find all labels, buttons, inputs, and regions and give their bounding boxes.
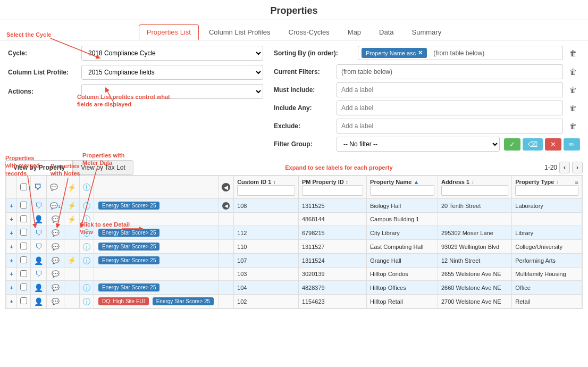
select-all-checkbox[interactable] xyxy=(20,184,27,190)
view-by-property-tab[interactable]: View by Property xyxy=(5,160,73,175)
row-plus-6[interactable]: + xyxy=(6,281,17,295)
columns-menu-icon[interactable]: ≡ xyxy=(575,179,578,185)
row-check-3[interactable] xyxy=(17,240,31,254)
row-notes-5: 💬 xyxy=(47,268,64,281)
expand-circle-header[interactable]: ◀ xyxy=(222,183,230,191)
col-header-pm-id[interactable]: PM Property ID ↕ xyxy=(298,176,366,199)
col-header-plus xyxy=(6,176,17,199)
must-include-input[interactable] xyxy=(337,82,563,97)
row-info-3[interactable]: i xyxy=(80,240,94,254)
merged-icon-3: ⛉ xyxy=(35,243,43,251)
property-type-filter[interactable] xyxy=(515,185,578,196)
row-check-2[interactable] xyxy=(17,226,31,240)
custom-id-filter[interactable] xyxy=(237,185,295,196)
include-any-trash[interactable]: 🗑 xyxy=(566,103,580,113)
lightning-icon-0: ⚡ xyxy=(68,202,76,210)
row-check-6[interactable] xyxy=(17,281,31,295)
prev-page-button[interactable]: ‹ xyxy=(559,162,570,173)
address-filter[interactable] xyxy=(441,185,508,196)
row-expand-7[interactable] xyxy=(219,295,234,308)
col-header-property-type[interactable]: Property Type ↕ ≡ xyxy=(512,176,582,199)
row-expand-1[interactable] xyxy=(219,213,234,226)
col-header-address1[interactable]: Address 1 ↕ xyxy=(438,176,511,199)
filters-trash[interactable]: 🗑 xyxy=(566,66,580,77)
view-by-tax-lot-tab[interactable]: View by Tax Lot xyxy=(73,160,133,175)
row-custom-id-3: 110 xyxy=(234,240,299,254)
info-icon-3[interactable]: i xyxy=(83,243,90,251)
table-row: + ⛉ 💬 103 3020139 Hilltop Condos 2655 We… xyxy=(6,268,582,281)
row-custom-id-0: 108 xyxy=(234,199,299,213)
row-plus-1[interactable]: + xyxy=(6,213,17,226)
row-expand-6[interactable] xyxy=(219,281,234,295)
info-icon-1[interactable]: i xyxy=(83,215,90,223)
row-plus-5[interactable]: + xyxy=(6,268,17,281)
pm-id-filter[interactable] xyxy=(302,185,363,196)
info-icon-4[interactable]: i xyxy=(83,257,90,264)
info-icon-6[interactable]: i xyxy=(83,284,90,291)
col-header-info: i xyxy=(80,176,94,199)
exclude-trash[interactable]: 🗑 xyxy=(566,121,580,131)
row-expand-5[interactable] xyxy=(219,268,234,281)
tab-summary[interactable]: Summary xyxy=(404,24,450,40)
tab-properties-list[interactable]: Properties List xyxy=(139,24,199,40)
row-property-type-6: Office xyxy=(512,281,582,295)
tab-column-list-profiles[interactable]: Column List Profiles xyxy=(201,24,279,40)
person-icon-4: 👤 xyxy=(34,256,43,265)
tag-0-0: Energy Star Score> 25 xyxy=(98,202,159,210)
row-plus-7[interactable]: + xyxy=(6,295,17,308)
col-header-property-name[interactable]: Property Name ▲ xyxy=(367,176,438,199)
property-name-filter[interactable] xyxy=(370,185,434,196)
merged-icon-5: ⛉ xyxy=(35,270,43,278)
info-icon-7[interactable]: i xyxy=(83,298,90,305)
row-expand-4[interactable] xyxy=(219,254,234,268)
exclude-label: Exclude: xyxy=(274,122,332,130)
row-check-7[interactable] xyxy=(17,295,31,308)
row-check-4[interactable] xyxy=(17,254,31,268)
filter-edit-button[interactable]: ✏ xyxy=(564,138,580,151)
cycle-label: Cycle: xyxy=(8,49,77,57)
tag-3-0: Energy Star Score> 25 xyxy=(98,243,159,251)
sorting-tag[interactable]: Property Name asc ✕ xyxy=(362,48,427,58)
row-property-type-1 xyxy=(512,213,582,226)
tab-cross-cycles[interactable]: Cross-Cycles xyxy=(281,24,338,40)
row-pm-id-4: 1311524 xyxy=(298,254,366,268)
row-plus-2[interactable]: + xyxy=(6,226,17,240)
column-profile-select[interactable]: 2015 Compliance fields xyxy=(81,65,263,80)
col-header-custom-id[interactable]: Custom ID 1 ↕ xyxy=(234,176,299,199)
current-filters-input[interactable] xyxy=(337,64,563,79)
sorting-tag-remove[interactable]: ✕ xyxy=(418,49,423,56)
must-include-trash[interactable]: 🗑 xyxy=(566,85,580,95)
filter-apply-button[interactable]: ✓ xyxy=(504,138,520,151)
filter-group-select[interactable]: -- No filter -- xyxy=(337,137,500,152)
tab-data[interactable]: Data xyxy=(371,24,401,40)
filter-clear-button[interactable]: ✕ xyxy=(545,138,561,151)
sorting-trash[interactable]: 🗑 xyxy=(566,48,580,59)
row-info-4[interactable]: i xyxy=(80,254,94,268)
tab-map[interactable]: Map xyxy=(340,24,369,40)
exclude-input[interactable] xyxy=(337,119,563,134)
row-plus-3[interactable]: + xyxy=(6,240,17,254)
row-plus-0[interactable]: + xyxy=(6,199,17,213)
row-info-6[interactable]: i xyxy=(80,281,94,295)
row-info-0[interactable]: i xyxy=(80,199,94,213)
include-any-input[interactable] xyxy=(337,101,563,115)
row-check-1[interactable] xyxy=(17,213,31,226)
cycle-select[interactable]: 2018 Compliance Cycle xyxy=(81,46,263,61)
row-lightning-3 xyxy=(64,240,80,254)
next-page-button[interactable]: › xyxy=(572,162,583,173)
row-expand-0[interactable]: ◀ xyxy=(219,199,234,213)
info-icon-2[interactable]: i xyxy=(83,229,90,237)
notes-icon-4: 💬 xyxy=(52,257,60,264)
info-icon-0[interactable]: i xyxy=(83,202,90,210)
row-property-type-2: Library xyxy=(512,226,582,240)
row-check-5[interactable] xyxy=(17,268,31,281)
filter-eraser-button[interactable]: ⌫ xyxy=(523,138,543,151)
row-expand-3[interactable] xyxy=(219,240,234,254)
row-info-7[interactable]: i xyxy=(80,295,94,308)
row-info-2[interactable]: i xyxy=(80,226,94,240)
row-check-0[interactable] xyxy=(17,199,31,213)
actions-select[interactable] xyxy=(81,84,263,99)
row-expand-2[interactable] xyxy=(219,226,234,240)
row-property-type-0: Laboratory xyxy=(512,199,582,213)
row-plus-4[interactable]: + xyxy=(6,254,17,268)
